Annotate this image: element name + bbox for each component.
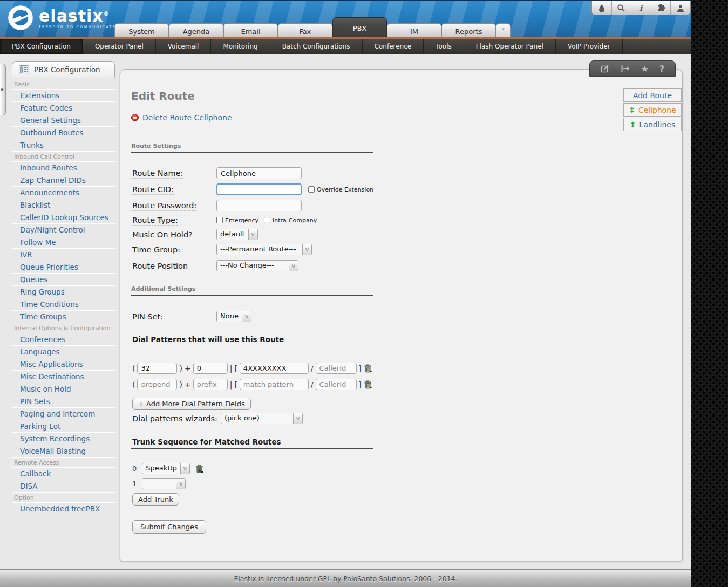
delete-route-link[interactable]: Delete Route Cellphone <box>131 113 232 122</box>
nav-item-operator-panel[interactable]: Operator Panel <box>83 39 156 54</box>
sidebar-item-callerid-lookup-sources[interactable]: CallerID Lookup Sources <box>12 211 115 224</box>
sidebar-item-follow-me[interactable]: Follow Me <box>12 236 115 249</box>
nav-item-tools[interactable]: Tools <box>424 39 464 54</box>
sidebar-item-general-settings[interactable]: General Settings <box>12 114 115 127</box>
trash-icon[interactable] <box>364 364 372 373</box>
callerid-input[interactable] <box>316 379 357 390</box>
droplet-icon[interactable] <box>592 1 612 15</box>
prepend-input[interactable] <box>137 363 177 374</box>
sidebar-item-system-recordings[interactable]: System Recordings <box>12 433 115 445</box>
more-tabs-button[interactable]: ˅ <box>496 23 511 39</box>
nav-item-pbx-configuration[interactable]: PBX Configuration <box>0 39 83 54</box>
dropdown-icon: v <box>302 244 311 255</box>
sidebar-item-queue-priorities[interactable]: Queue Priorities <box>12 261 115 274</box>
dial-wizards-select[interactable]: (pick one)v <box>221 413 303 424</box>
sidebar-item-misc-destinations[interactable]: Misc Destinations <box>12 371 115 383</box>
nav-item-batch-configurations[interactable]: Batch Configurations <box>270 39 363 54</box>
star-icon[interactable]: ★ <box>641 64 649 74</box>
route-password-input[interactable] <box>216 200 302 211</box>
callerid-input[interactable] <box>316 363 357 374</box>
route-name-input[interactable] <box>216 167 302 179</box>
tab-email[interactable]: Email <box>223 23 278 39</box>
prefix-input[interactable] <box>193 379 228 390</box>
emergency-checkbox[interactable] <box>216 217 223 223</box>
sidebar-item-ivr[interactable]: IVR <box>12 249 115 261</box>
tab-system[interactable]: System <box>114 23 169 39</box>
user-icon[interactable] <box>671 1 690 15</box>
sidebar-item-blacklist[interactable]: Blacklist <box>12 199 115 211</box>
sidebar-item-day-night-control[interactable]: Day/Night Control <box>12 224 115 236</box>
add-more-dial-pattern-button[interactable]: + Add More Dial Pattern Fields <box>132 398 251 410</box>
match-pattern-input[interactable] <box>240 379 309 390</box>
add-trunk-button[interactable]: Add Trunk <box>132 493 179 506</box>
form-row-route-type: Route Type: Emergency Intra-Company <box>132 216 317 224</box>
route-item-landlines[interactable]: ↕ Landlines <box>623 118 682 131</box>
sidebar-item-paging-and-intercom[interactable]: Paging and Intercom <box>12 408 115 420</box>
sidebar-item-feature-codes[interactable]: Feature Codes <box>12 102 115 114</box>
route-cid-input[interactable] <box>216 183 302 195</box>
add-route-button[interactable]: Add Route <box>623 88 682 102</box>
info-icon[interactable]: i <box>631 1 651 15</box>
sidebar-item-languages[interactable]: Languages <box>12 346 115 358</box>
sidebar-item-time-conditions[interactable]: Time Conditions <box>12 298 115 311</box>
nav-item-conference[interactable]: Conference <box>363 39 424 54</box>
pin-set-select[interactable]: Nonev <box>216 311 251 322</box>
sidebar-item-music-on-hold[interactable]: Music on Hold <box>12 383 115 395</box>
intra-company-checkbox[interactable] <box>264 217 270 223</box>
help-icon[interactable]: ? <box>659 64 664 74</box>
addons-icon[interactable] <box>651 1 671 15</box>
edit-icon[interactable] <box>601 64 610 73</box>
sidebar-item-parking-lot[interactable]: Parking Lot <box>12 420 115 433</box>
section-route-settings: Route Settings <box>131 142 181 149</box>
sidebar-item-outbound-routes[interactable]: Outbound Routes <box>12 127 115 139</box>
trunk-select[interactable]: SpeakUpv <box>142 463 190 474</box>
tab-im[interactable]: IM <box>387 23 441 39</box>
trash-icon[interactable] <box>195 465 203 473</box>
sidebar-item-time-groups[interactable]: Time Groups <box>12 311 115 323</box>
sidebar-item-disa[interactable]: DISA <box>12 480 115 493</box>
tab-reports[interactable]: Reports <box>441 23 496 39</box>
sidebar-item-conferences[interactable]: Conferences <box>12 333 115 346</box>
form-row-time-group: Time Group: ---Permanent Route---v <box>132 244 312 255</box>
submit-changes-button[interactable]: Submit Changes <box>132 520 206 534</box>
dial-wizards-label: Dial patterns wizards: <box>132 414 217 424</box>
elastix-logo-icon <box>6 3 35 31</box>
sidebar-item-ring-groups[interactable]: Ring Groups <box>12 286 115 298</box>
sidebar-item-inbound-routes[interactable]: Inbound Routes <box>12 162 115 174</box>
form-row-route-password: Route Password: <box>132 200 302 211</box>
override-extension-checkbox[interactable] <box>308 186 315 193</box>
trash-icon[interactable] <box>364 380 372 389</box>
tab-fax[interactable]: Fax <box>278 23 332 39</box>
footer: Elastix is licensed under GPL by PaloSan… <box>0 569 691 587</box>
sidebar-item-callback[interactable]: Callback <box>12 468 115 480</box>
time-group-select[interactable]: ---Permanent Route---v <box>216 244 312 255</box>
sidebar-item-trunks[interactable]: Trunks <box>12 139 115 152</box>
sidebar-item-queues[interactable]: Queues <box>12 274 115 286</box>
music-on-hold-select[interactable]: defaultv <box>216 229 258 240</box>
sidebar-item-zap-channel-dids[interactable]: Zap Channel DIDs <box>12 174 115 187</box>
nav-item-flash-operator-panel[interactable]: Flash Operator Panel <box>464 39 556 54</box>
chevron-right-icon: ▶ <box>1 87 4 92</box>
sidebar-item-misc-applications[interactable]: Misc Applications <box>12 358 115 371</box>
nav-item-monitoring[interactable]: Monitoring <box>211 39 270 54</box>
route-item-cellphone[interactable]: ↕ Cellphone <box>623 103 682 117</box>
pin-icon[interactable] <box>621 65 630 72</box>
sidebar-item-extensions[interactable]: Extensions <box>12 90 115 102</box>
sidebar-item-pin-sets[interactable]: PIN Sets <box>12 395 115 408</box>
sidebar-item-announcements[interactable]: Announcements <box>12 187 115 199</box>
match-pattern-input[interactable] <box>240 363 309 374</box>
nav-item-voip-provider[interactable]: VoIP Provider <box>556 39 623 54</box>
sidebar-collapse-handle[interactable]: ▶ <box>0 64 6 115</box>
prepend-input[interactable] <box>137 379 177 390</box>
trunk-select[interactable]: v <box>142 478 186 489</box>
sidebar-item-unembedded-freepbx[interactable]: Unembedded freePBX <box>12 503 115 515</box>
route-position-select[interactable]: ---No Change---v <box>216 260 298 271</box>
prefix-input[interactable] <box>193 363 228 374</box>
tab-agenda[interactable]: Agenda <box>169 23 223 39</box>
sidebar-item-voicemail-blasting[interactable]: VoiceMail Blasting <box>12 445 115 458</box>
trunk-row: 1 v <box>132 478 186 489</box>
section-divider <box>131 346 373 346</box>
nav-item-voicemail[interactable]: Voicemail <box>156 39 212 54</box>
search-icon[interactable] <box>612 1 632 15</box>
tab-pbx[interactable]: PBX <box>332 17 387 39</box>
